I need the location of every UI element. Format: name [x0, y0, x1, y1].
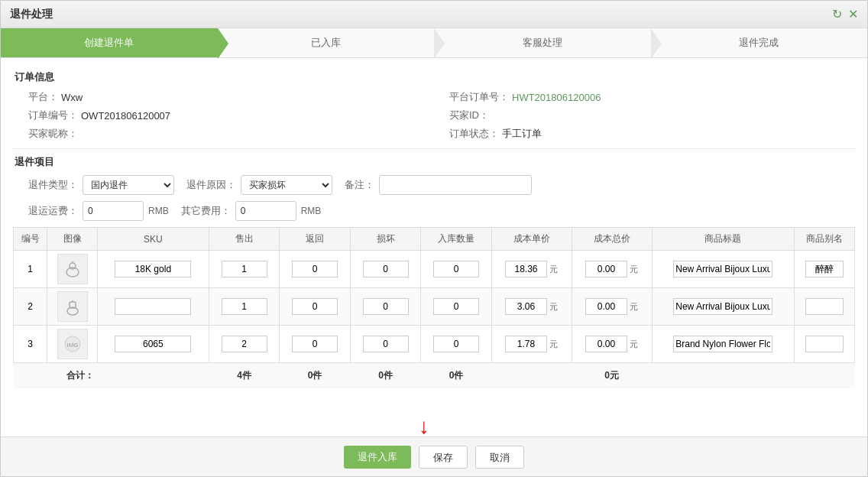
- returned-input[interactable]: [292, 261, 338, 277]
- bottom-bar: ↓ 退件入库 保存 取消: [1, 436, 867, 476]
- total-price-input[interactable]: [585, 261, 627, 277]
- total-price-input[interactable]: [585, 336, 627, 352]
- return-type-select[interactable]: 国内退件 国际退件: [83, 175, 174, 195]
- col-sku: SKU: [97, 228, 209, 251]
- return-reason-item: 退件原因： 买家损坏 质量问题 不喜欢 其他: [186, 175, 332, 195]
- return-type-label: 退件类型：: [28, 178, 78, 192]
- order-no-row: 订单编号： OWT201806120007: [28, 109, 434, 122]
- summary-label: 合计：: [14, 363, 98, 389]
- total-price-input[interactable]: [585, 298, 627, 315]
- order-status-label: 订单状态：: [449, 127, 499, 141]
- cell-total-price: 元: [572, 251, 652, 288]
- cell-stock: [421, 251, 491, 288]
- shipping-cost-label: 退运运费：: [28, 204, 78, 218]
- returned-input[interactable]: [292, 298, 338, 315]
- title-input[interactable]: [673, 261, 772, 277]
- other-cost-item: 其它费用： RMB: [181, 201, 322, 221]
- col-alias: 商品别名: [794, 228, 854, 251]
- cell-damaged: [350, 288, 420, 326]
- save-button[interactable]: 保存: [419, 446, 468, 469]
- cell-sku: [97, 288, 209, 326]
- platform-value: Wxw: [61, 92, 83, 103]
- step-create: 创建退件单: [1, 28, 218, 57]
- order-no-label: 订单编号：: [28, 109, 78, 122]
- cell-alias: [794, 251, 854, 288]
- order-info-title: 订单信息: [13, 70, 855, 84]
- svg-point-1: [70, 263, 76, 269]
- damaged-input[interactable]: [363, 336, 409, 352]
- cell-returned: [280, 251, 350, 288]
- table-row: 1 元 元: [14, 251, 855, 288]
- cell-damaged: [350, 251, 420, 288]
- cell-unit-price: 元: [491, 288, 572, 326]
- alias-input[interactable]: [805, 261, 844, 277]
- cell-total-price: 元: [572, 288, 652, 326]
- items-table: 编号 图像 SKU 售出 返回 损坏 入库数量 成本单价 成本总价 商品标题 商…: [13, 227, 855, 388]
- shipping-unit: RMB: [148, 206, 169, 216]
- summary-sold: 4件: [209, 363, 279, 389]
- buyer-nickname-row: 买家昵称：: [28, 127, 434, 141]
- shipping-cost-input[interactable]: [83, 201, 144, 221]
- platform-row: 平台： Wxw: [28, 90, 434, 104]
- stock-input[interactable]: [433, 298, 479, 315]
- col-image: 图像: [47, 228, 98, 251]
- order-info-grid: 平台： Wxw 平台订单号： HWT201806120006 订单编号： OWT…: [13, 90, 855, 141]
- sold-input[interactable]: [222, 261, 267, 277]
- cell-alias: [794, 288, 854, 326]
- cell-unit-price: 元: [491, 251, 572, 288]
- remark-item: 备注：: [345, 175, 532, 195]
- other-unit: RMB: [301, 206, 322, 216]
- refresh-icon[interactable]: ↻: [832, 7, 842, 21]
- summary-price: 0元: [572, 363, 652, 389]
- damaged-input[interactable]: [363, 298, 409, 315]
- sold-input[interactable]: [222, 298, 267, 315]
- unit-price-input[interactable]: [505, 261, 547, 277]
- title-input[interactable]: [673, 336, 772, 352]
- alias-input[interactable]: [805, 298, 844, 315]
- sku-input[interactable]: [115, 261, 191, 277]
- cell-total-price: 元: [572, 326, 652, 363]
- remark-label: 备注：: [345, 178, 374, 192]
- cell-sku: [97, 251, 209, 288]
- return-type-item: 退件类型： 国内退件 国际退件: [28, 175, 174, 195]
- cell-stock: [421, 326, 491, 363]
- col-id: 编号: [14, 228, 47, 251]
- cell-returned: [280, 288, 350, 326]
- cell-sold: [209, 251, 279, 288]
- cancel-button[interactable]: 取消: [475, 446, 524, 469]
- buyer-id-label: 买家ID：: [449, 109, 489, 122]
- cell-returned: [280, 326, 350, 363]
- remark-input[interactable]: [379, 175, 532, 195]
- sku-input[interactable]: [115, 336, 191, 352]
- alias-input[interactable]: [805, 336, 844, 352]
- damaged-input[interactable]: [363, 261, 409, 277]
- return-stock-button[interactable]: 退件入库: [344, 446, 411, 469]
- return-reason-select[interactable]: 买家损坏 质量问题 不喜欢 其他: [241, 175, 332, 195]
- order-status-value: 手工订单: [502, 127, 542, 141]
- cell-image: IMG: [47, 326, 98, 363]
- cell-image: [47, 251, 98, 288]
- cell-alias: [794, 326, 854, 363]
- main-content: 订单信息 平台： Wxw 平台订单号： HWT201806120006 订单编号…: [1, 58, 867, 436]
- stock-input[interactable]: [433, 261, 479, 277]
- sold-input[interactable]: [222, 336, 267, 352]
- platform-order-label: 平台订单号：: [449, 90, 509, 104]
- cell-id: 2: [14, 288, 47, 326]
- order-status-row: 订单状态： 手工订单: [449, 127, 855, 141]
- summary-alias-spacer: [794, 363, 854, 389]
- returned-input[interactable]: [292, 336, 338, 352]
- platform-order-value: HWT201806120006: [512, 92, 601, 103]
- unit-price-input[interactable]: [505, 336, 547, 352]
- unit-price-input[interactable]: [505, 298, 547, 315]
- stock-input[interactable]: [433, 336, 479, 352]
- steps-bar: 创建退件单 已入库 客服处理 退件完成: [1, 28, 867, 58]
- sku-input[interactable]: [115, 298, 191, 315]
- buyer-id-row: 买家ID：: [449, 109, 855, 122]
- cell-sold: [209, 288, 279, 326]
- cell-sold: [209, 326, 279, 363]
- shipping-cost-item: 退运运费： RMB: [28, 201, 169, 221]
- title-input[interactable]: [673, 298, 772, 315]
- other-cost-input[interactable]: [235, 201, 296, 221]
- close-icon[interactable]: ✕: [848, 7, 858, 21]
- cell-id: 1: [14, 251, 47, 288]
